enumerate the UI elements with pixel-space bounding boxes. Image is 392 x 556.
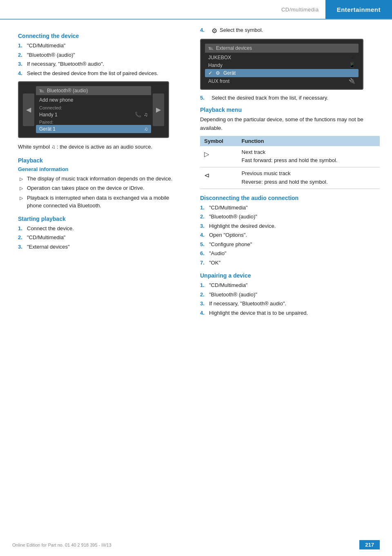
bluetooth-screen-mockup: ◀ ℡ Bluetooth® (audio) Add new phone Con…	[18, 81, 169, 138]
step-num: 5.	[200, 240, 209, 249]
reverse-label: Reverse: press and hold the symbol.	[242, 178, 376, 187]
music-icon: ♫	[144, 111, 148, 118]
step-num: 1.	[18, 42, 27, 50]
jukebox-label: JUKEBOX	[208, 55, 231, 60]
fast-forward-label: Fast forward: press and hold the symbol.	[242, 156, 376, 165]
main-content: Connecting the device 1. "CD/Multimedia"…	[0, 20, 392, 320]
settings-icon: ⚙	[212, 27, 217, 35]
unpairing-step-4: 4. Highlight the device that is to be un…	[200, 309, 380, 317]
nav-left-arrow[interactable]: ◀	[23, 93, 34, 126]
bullet-item-3: ▷ Playback is interrupted when data is e…	[18, 194, 182, 210]
paired-device-item: Gerät 1 ♫	[36, 125, 151, 133]
step4-container: 4. ⚙ Select the symbol.	[200, 27, 380, 35]
external-icon: ℡	[208, 45, 214, 51]
aux-row: AUX front 🔌	[205, 77, 359, 85]
step-text: "Configure phone"	[209, 240, 380, 249]
gerat-label: Gerät	[223, 70, 236, 76]
starting-step-2: 2. "CD/Multimedia"	[18, 234, 182, 242]
left-column: Connecting the device 1. "CD/Multimedia"…	[0, 27, 192, 320]
connected-device-name: Handy 1	[39, 112, 58, 118]
playback-table: Symbol Function ▷ Next track Fast forwar…	[200, 136, 380, 189]
music-icon: ♫	[351, 54, 355, 60]
paired-device-name: Gerät 1	[39, 126, 144, 132]
handy-label: Handy	[208, 62, 223, 68]
step-num: 3.	[200, 300, 209, 308]
step-num: 3.	[18, 243, 27, 251]
gerat-selected-row: ✓ ⚙ Gerät	[205, 69, 359, 77]
settings-icon-2: ⚙	[216, 70, 220, 76]
step4-num: 4.	[200, 27, 209, 33]
step-num: 6.	[200, 249, 209, 258]
nav-right-arrow[interactable]: ▶	[153, 93, 164, 126]
disconnecting-step-4: 4. Open "Options".	[200, 231, 380, 239]
bullet-arrow: ▷	[20, 194, 27, 210]
unpairing-step-2: 2. "Bluetooth® (audio)"	[200, 291, 380, 299]
header-entertainment-label: Entertainment	[325, 0, 392, 19]
next-track-symbol: ▷	[200, 146, 238, 167]
screen-header: ℡ Bluetooth® (audio)	[36, 86, 151, 95]
screen-inner: ℡ External devices JUKEBOX ♫ Handy 📱 ✓ ⚙…	[205, 44, 359, 85]
unpairing-steps: 1. "CD/Multimedia" 2. "Bluetooth® (audio…	[200, 281, 380, 317]
step-num: 7.	[200, 259, 209, 267]
disconnecting-step-1: 1. "CD/Multimedia"	[200, 204, 380, 212]
bullet-text: The display of music track information d…	[27, 175, 182, 183]
paired-label: Paired:	[36, 118, 151, 125]
step-text: "OK"	[209, 259, 380, 267]
prev-track-function: Previous music track Reverse: press and …	[238, 167, 380, 189]
connecting-title: Connecting the device	[18, 33, 182, 39]
step-num: 4.	[200, 309, 209, 317]
starting-playback-title: Starting playback	[18, 216, 182, 222]
bullet-item-2: ▷ Operation can takes place on the devic…	[18, 184, 182, 192]
bluetooth-icon: ℡	[39, 88, 45, 93]
disconnecting-step-3: 3. Highlight the desired device.	[200, 222, 380, 230]
add-new-phone-item: Add new phone	[36, 96, 151, 104]
step-num: 2.	[200, 291, 209, 299]
step-text: Highlight the desired device.	[209, 222, 380, 230]
phone-icon: 📞	[135, 111, 141, 118]
step-num: 4.	[200, 231, 209, 239]
step5-text: Select the desired track from the list, …	[212, 95, 328, 101]
step-text: "CD/Multimedia"	[27, 234, 182, 242]
table-row-prev: ⊲ Previous music track Reverse: press an…	[200, 167, 380, 189]
step-text: "External devices"	[27, 243, 182, 251]
bullet-text: Playback is interrupted when data is exc…	[27, 194, 182, 210]
step-num: 2.	[18, 51, 27, 59]
symbol-header: Symbol	[200, 136, 238, 146]
step-num: 4.	[18, 69, 27, 78]
step-text: If necessary, "Bluetooth® audio".	[27, 60, 182, 68]
unpairing-step-3: 3. If necessary, "Bluetooth® audio".	[200, 300, 380, 308]
playback-menu-note: Depending on the particular device, some…	[200, 116, 380, 133]
step-text: "CD/Multimedia"	[27, 42, 182, 50]
screen-header-text: External devices	[216, 45, 252, 51]
step-text: "Bluetooth® (audio)"	[27, 51, 182, 59]
disconnecting-step-7: 7. "OK"	[200, 259, 380, 267]
starting-step-1: 1. Connect the device.	[18, 225, 182, 233]
connecting-step-1: 1. "CD/Multimedia"	[18, 42, 182, 50]
step-text: If necessary, "Bluetooth® audio".	[209, 300, 380, 308]
aux-label: AUX front	[208, 78, 229, 84]
connecting-steps: 1. "CD/Multimedia" 2. "Bluetooth® (audio…	[18, 42, 182, 77]
function-header: Function	[238, 136, 380, 146]
disconnecting-step-5: 5. "Configure phone"	[200, 240, 380, 249]
header-cd-label: CD/multimedia	[281, 7, 325, 13]
disconnecting-step-2: 2. "Bluetooth® (audio)"	[200, 213, 380, 221]
step5-num: 5.	[200, 95, 209, 101]
playback-title: Playback	[18, 157, 182, 164]
symbol-note: White symbol ♫ : the device is active as…	[18, 143, 182, 151]
starting-steps: 1. Connect the device. 2. "CD/Multimedia…	[18, 225, 182, 251]
connected-label: Connected:	[36, 104, 151, 111]
footer-text: Online Edition for Part no. 01 40 2 918 …	[12, 543, 111, 547]
jukebox-row: JUKEBOX ♫	[205, 53, 359, 61]
connected-device-row: Handy 1 📞 ♫	[36, 111, 151, 118]
bullet-arrow: ▷	[20, 175, 27, 183]
step-num: 1.	[200, 281, 209, 289]
disconnecting-step-6: 6. "Audio"	[200, 249, 380, 258]
step-text: "Audio"	[209, 249, 380, 258]
step-text: Open "Options".	[209, 231, 380, 239]
step-text: Connect the device.	[27, 225, 182, 233]
step-num: 2.	[200, 213, 209, 221]
step5-container: 5. Select the desired track from the lis…	[200, 95, 380, 101]
external-devices-screen: ℡ External devices JUKEBOX ♫ Handy 📱 ✓ ⚙…	[200, 39, 363, 90]
screen-header-bar: ℡ External devices	[205, 44, 359, 53]
prev-track-symbol: ⊲	[200, 167, 238, 189]
